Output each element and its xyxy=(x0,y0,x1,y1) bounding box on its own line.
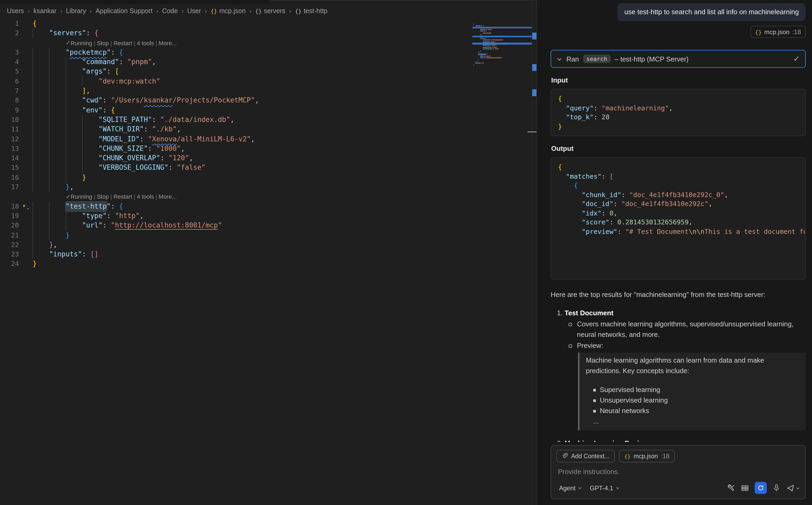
code-token: "matches" xyxy=(566,172,601,180)
tools-icon[interactable] xyxy=(727,484,735,492)
chevron-down-icon[interactable] xyxy=(556,56,562,62)
result-title: 2. Machine Learning Basics xyxy=(557,438,806,442)
minimap-line xyxy=(472,30,532,32)
code-line[interactable]: 8 "cwd": "/Users/ksankar/Projects/Pocket… xyxy=(0,96,536,106)
restore-checkpoint-button[interactable] xyxy=(755,482,767,494)
codelens-action[interactable]: Running xyxy=(71,40,92,46)
code-token: " xyxy=(218,221,222,230)
codelens-action[interactable]: Restart xyxy=(114,194,132,200)
mode-dropdown[interactable]: Agent xyxy=(556,483,585,493)
context-file-pill[interactable]: {} mcp.json:18 xyxy=(619,450,675,463)
chat-input-box[interactable]: Add Context... {} mcp.json:18 Provide in… xyxy=(551,445,806,499)
mcp-servers-icon[interactable] xyxy=(741,484,749,492)
code-line[interactable]: 7 ], xyxy=(0,86,536,96)
code-line[interactable]: 14 "CHUNK_OVERLAP": "120", xyxy=(0,153,536,163)
code-token: ] xyxy=(82,86,86,96)
code-line[interactable]: 3 "pocketmcp": { xyxy=(0,48,536,57)
chevron-down-icon xyxy=(578,486,582,490)
breadcrumb-item[interactable]: Library xyxy=(66,7,86,15)
code-line[interactable]: 6 "dev:mcp:watch" xyxy=(0,77,536,87)
add-context-button[interactable]: Add Context... xyxy=(556,450,615,463)
minimap-line xyxy=(472,53,532,55)
tool-output-code-block[interactable]: {"matches": [{"chunk_id": "doc_4e1f4fb34… xyxy=(551,157,806,280)
code-line[interactable]: 24} xyxy=(0,259,536,269)
copilot-sparkle-icon[interactable]: ✦✦ xyxy=(22,201,26,209)
ruler-marker xyxy=(532,89,536,96)
breadcrumb-item[interactable]: User xyxy=(187,7,201,15)
code-line[interactable]: 22 }, xyxy=(0,240,536,250)
code-token: "VERBOSE_LOGGING" xyxy=(99,163,168,173)
code-token: , xyxy=(189,153,193,163)
code-token: , xyxy=(669,104,673,112)
check-icon: ✓ xyxy=(66,193,71,200)
breadcrumb-item[interactable]: {}mcp.json xyxy=(211,7,246,15)
attached-file-badge[interactable]: {} mcp.json:18 xyxy=(750,26,806,38)
minimap-line xyxy=(472,64,532,66)
code-token: "# Test Document xyxy=(625,227,689,235)
code-line[interactable]: 12 "MODEL_ID": "Xenova/all-MiniLM-L6-v2"… xyxy=(0,134,536,144)
code-line[interactable]: 21 } xyxy=(0,230,536,240)
codelens-action[interactable]: 4 tools xyxy=(137,40,154,46)
code-line[interactable]: 15 "VERBOSE_LOGGING": "false" xyxy=(0,163,536,173)
overview-ruler[interactable] xyxy=(532,0,536,505)
context-file-name: mcp.json xyxy=(634,453,658,459)
codelens-action[interactable]: Restart xyxy=(114,40,132,46)
codelens-action[interactable]: More... xyxy=(159,194,176,200)
code-line[interactable]: 16 } xyxy=(0,173,536,183)
minimap-line xyxy=(472,60,532,62)
code-token: : xyxy=(103,96,111,106)
tool-input-code-block[interactable]: {"query": "machinelearning","top_k": 20} xyxy=(551,89,806,136)
codelens-action[interactable]: Running xyxy=(71,194,92,200)
codelens-action[interactable]: 4 tools xyxy=(137,194,154,200)
send-button[interactable] xyxy=(786,484,800,492)
minimap-line xyxy=(472,59,532,61)
codelens-separator: | xyxy=(109,194,114,200)
minimap-match-highlight xyxy=(472,43,532,45)
codelens-action[interactable]: More... xyxy=(159,40,176,46)
code-token: : xyxy=(148,144,156,154)
breadcrumb-item[interactable]: Application Support xyxy=(96,7,152,15)
chat-input-field[interactable]: Provide instructions. xyxy=(558,468,800,476)
code-line[interactable]: 13 "CHUNK_SIZE": "1000", xyxy=(0,144,536,154)
tool-name-chip: search xyxy=(583,55,611,63)
code-line[interactable]: 9 "env": { xyxy=(0,105,536,115)
editor-pane: Users›ksankar›Library›Application Suppor… xyxy=(0,0,536,505)
code-line[interactable]: 4 "command": "pnpm", xyxy=(0,57,536,67)
codelens-action[interactable]: Stop xyxy=(97,40,109,46)
minimap-line xyxy=(472,43,532,45)
code-line[interactable]: 10 "SQLITE_PATH": "./data/index.db", xyxy=(0,115,536,125)
tool-call-card[interactable]: Ran search – test-http (MCP Server) ✓ xyxy=(551,50,806,68)
result-bullet-text: Preview: xyxy=(577,341,603,351)
code-line[interactable]: 23 "inputs": [] xyxy=(0,249,536,259)
code-token: : xyxy=(111,48,119,57)
code-line[interactable]: 1{ xyxy=(0,19,536,29)
breadcrumb-separator: › xyxy=(205,7,207,15)
code-line[interactable]: 18✦✦ "test-http": { xyxy=(0,201,536,211)
breadcrumb-item[interactable]: {}test-http xyxy=(295,7,327,15)
line-number: 13 xyxy=(0,144,19,154)
minimap-line xyxy=(472,44,532,46)
code-token: "dev:mcp:watch" xyxy=(99,77,160,87)
code-token: "score" xyxy=(582,218,609,226)
code-line[interactable]: 5 "args": [ xyxy=(0,67,536,77)
code-line[interactable]: 17 }, xyxy=(0,182,536,192)
model-dropdown[interactable]: GPT-4.1 xyxy=(587,483,623,493)
breadcrumb-item[interactable]: Code xyxy=(162,7,178,15)
code-line[interactable]: 2 "servers": { xyxy=(0,29,536,38)
code-line[interactable]: 11 "WATCH_DIR": "./kb", xyxy=(0,125,536,135)
codelens-action[interactable]: Stop xyxy=(97,194,109,200)
codelens-separator: | xyxy=(132,40,137,46)
code-token: 0.2814530132656959 xyxy=(618,218,689,226)
code-line[interactable]: 20 "url": "http://localhost:8001/mcp" xyxy=(0,221,536,230)
breadcrumb-item[interactable]: Users xyxy=(7,7,24,15)
breadcrumb-item[interactable]: ksankar xyxy=(33,7,56,15)
code-token: "query" xyxy=(566,104,593,112)
code-token: , xyxy=(177,125,181,135)
code-line[interactable]: 19 "type": "http", xyxy=(0,211,536,221)
breadcrumb-item[interactable]: {}servers xyxy=(255,7,285,15)
breadcrumb-label: Code xyxy=(162,7,178,15)
microphone-icon[interactable] xyxy=(773,484,781,492)
minimap[interactable] xyxy=(472,23,532,67)
breadcrumb-label: Library xyxy=(66,7,86,15)
code-token: " xyxy=(107,48,111,57)
